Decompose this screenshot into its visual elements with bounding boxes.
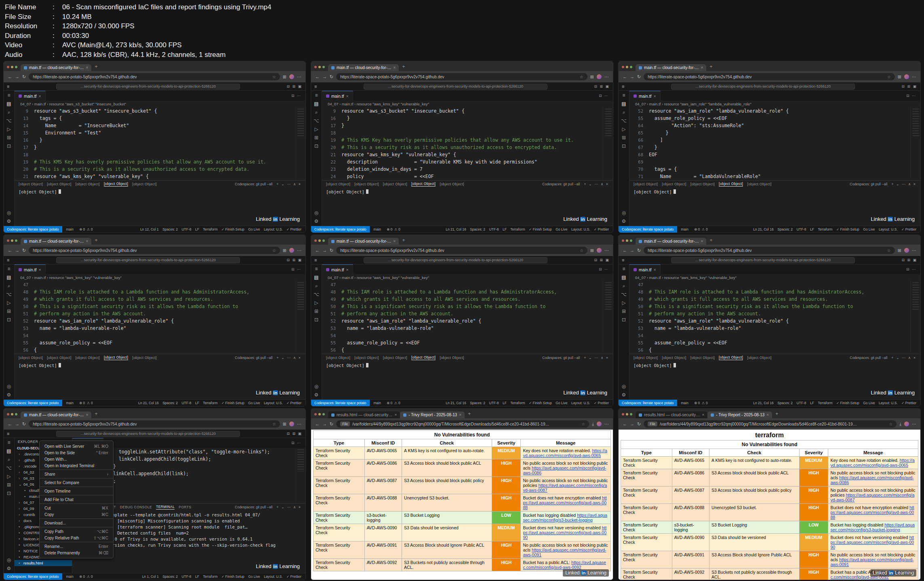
code-editor[interactable]: 9 resource "aws_s3_bucket" "insecure_buc… <box>322 107 603 180</box>
codespaces-remote-indicator[interactable]: Codespaces: literate space potato <box>4 226 62 233</box>
context-menu-item[interactable]: Cut ⌘X <box>40 505 113 511</box>
minimap[interactable] <box>910 281 920 354</box>
settings-gear-icon[interactable]: ⚙ <box>622 219 626 224</box>
refresh-icon[interactable]: ↻ <box>22 248 26 253</box>
explorer-icon[interactable]: ▤ <box>314 275 318 280</box>
menu-icon[interactable]: ≡ <box>7 84 9 89</box>
source-control-icon[interactable]: ⌥ <box>6 466 12 470</box>
breadcrumb[interactable]: 04_07 › main.tf › resource "aws_kms_key"… <box>322 274 613 281</box>
tree-item[interactable]: results.html <box>15 560 72 566</box>
breadcrumb[interactable]: 04_07 › main.tf › resource "aws_kms_key"… <box>322 101 613 107</box>
branch-indicator[interactable]: main ⊗ 0 ⚠ 0 <box>62 401 97 405</box>
code-editor[interactable]: 47 48 # This IAM role is attached to a L… <box>322 281 603 354</box>
run-debug-icon[interactable]: ▷ <box>314 127 318 132</box>
back-icon[interactable]: ← <box>315 248 320 253</box>
tab-close-icon[interactable]: × <box>394 413 397 417</box>
context-menu-item[interactable]: Copy Relative Path ⇧⌥⌘C <box>40 535 113 541</box>
menu-icon[interactable]: ≡ <box>315 93 318 98</box>
editor-actions-icon[interactable]: ⊟ ⋯ <box>906 264 920 274</box>
extensions-icon[interactable]: ⊞ <box>314 309 318 314</box>
back-icon[interactable]: ← <box>623 422 627 426</box>
new-tab-button[interactable]: + <box>95 237 97 243</box>
more-icon[interactable]: ⋯ <box>297 74 301 80</box>
window-controls[interactable] <box>314 66 325 68</box>
context-menu-item[interactable]: Download... <box>40 520 113 526</box>
browser-tab-trivy-report[interactable]: - Trivy Report - 2025-08-13 × <box>400 411 465 418</box>
browser-tab[interactable]: main.tf — cloud-security-for-… × <box>328 238 399 245</box>
context-menu-item[interactable]: Share › <box>40 471 113 477</box>
address-bar[interactable]: https://literate-space-potato-5g6pxxpr9v… <box>29 420 280 428</box>
panel-actions-icon[interactable]: + ⌄ ⋯ ∧ × <box>276 182 301 186</box>
panel-actions-icon[interactable]: + ⌄ ⋯ ∧ × <box>891 356 916 360</box>
menu-icon[interactable]: ≡ <box>622 93 625 98</box>
menu-icon[interactable]: ≡ <box>622 266 625 271</box>
panel-tab[interactable]: [object Object] <box>19 356 43 360</box>
branch-indicator[interactable]: main ⊗ 0 ⚠ 0 <box>370 227 404 231</box>
new-tab-button[interactable]: + <box>95 411 97 417</box>
editor-tab-close-icon[interactable]: × <box>39 267 41 272</box>
codespaces-task-label[interactable]: Codespaces: git pull --all <box>850 182 887 186</box>
minimize-window-icon[interactable] <box>11 239 13 242</box>
minimap[interactable] <box>295 448 305 503</box>
panel-tab[interactable]: [object Object] <box>354 182 379 186</box>
editor-actions-icon[interactable]: ⊟ ⋯ <box>906 91 920 101</box>
minimap[interactable] <box>295 107 305 180</box>
forward-icon[interactable]: → <box>15 248 19 253</box>
panel-tab[interactable]: [object Object] <box>132 182 156 186</box>
panel-tab[interactable]: [object Object] <box>719 182 743 187</box>
extensions-icon[interactable]: ⊞ <box>622 135 626 140</box>
extensions-icon[interactable]: ⊞ <box>314 135 318 140</box>
settings-gear-icon[interactable]: ⚙ <box>7 219 11 224</box>
code-editor[interactable]: 52 resource "aws_iam_role" "lambda_vulne… <box>629 107 910 180</box>
more-icon[interactable]: ⋯ <box>912 248 916 253</box>
panel-tab[interactable]: [object Object] <box>76 182 100 186</box>
forward-icon[interactable]: → <box>630 422 634 426</box>
advisory-link[interactable]: https://avd.aquasec.com/misconfig/avd-aw… <box>830 475 913 485</box>
tab-close-icon[interactable]: × <box>86 413 88 417</box>
source-control-icon[interactable]: ⌥ <box>6 292 12 297</box>
search-icon[interactable]: ⌕ <box>8 457 11 462</box>
extensions-icon[interactable]: ⊞ <box>898 74 901 80</box>
source-control-icon[interactable]: ⌥ <box>314 292 319 297</box>
favorite-icon[interactable]: ☆ <box>272 248 276 253</box>
browser-tab[interactable]: main.tf — cloud-security-for-… × <box>21 411 91 418</box>
favorite-icon[interactable]: ☆ <box>272 75 276 79</box>
refresh-icon[interactable]: ↻ <box>22 74 26 80</box>
refresh-icon[interactable]: ↻ <box>22 422 26 427</box>
refresh-icon[interactable]: ↻ <box>637 74 641 80</box>
profile-avatar[interactable] <box>904 74 909 79</box>
codespaces-task-label[interactable]: Codespaces: git pull --all <box>235 505 272 509</box>
explorer-icon[interactable]: ▤ <box>6 101 11 106</box>
favorite-icon[interactable]: ☆ <box>887 248 891 253</box>
editor-tab-close-icon[interactable]: × <box>346 94 349 99</box>
status-right-items[interactable]: Ln 21, Col 16 Spaces: 2 UTF-8 LF Terrafo… <box>138 401 305 405</box>
browser-tab[interactable]: main.tf — cloud-security-for-… × <box>21 64 91 71</box>
favorite-icon[interactable]: ☆ <box>581 422 585 426</box>
window-controls[interactable] <box>314 239 325 242</box>
editor-tab-close-icon[interactable]: × <box>39 94 41 99</box>
context-menu-item[interactable]: Copy ⌘C <box>40 511 113 518</box>
back-icon[interactable]: ← <box>623 74 627 79</box>
settings-gear-icon[interactable]: ⚙ <box>7 566 11 571</box>
profile-avatar[interactable] <box>597 422 602 426</box>
branch-indicator[interactable]: main ⊗ 0 ⚠ 0 <box>62 575 97 579</box>
editor-tab-maintf[interactable]: main.tf × <box>322 264 353 274</box>
panel-tab[interactable]: [object Object] <box>690 182 715 186</box>
minimize-window-icon[interactable] <box>318 413 321 415</box>
codespaces-task-label[interactable]: Codespaces: git pull --all <box>850 356 887 360</box>
search-icon[interactable]: ⌕ <box>315 283 318 288</box>
panel-tab[interactable]: [object Object] <box>411 355 436 360</box>
extensions-icon[interactable]: ⊞ <box>283 248 286 253</box>
address-bar[interactable]: File /var/folders/44/9y899qxd13qg9trcr92… <box>336 420 589 428</box>
window-controls[interactable] <box>622 66 632 68</box>
tab-close-icon[interactable]: × <box>459 413 461 417</box>
codespaces-remote-indicator[interactable]: Codespaces: literate space potato <box>619 400 677 406</box>
context-menu-item[interactable]: Open to the Side ⌃Enter <box>40 449 113 456</box>
run-debug-icon[interactable]: ▷ <box>622 300 625 305</box>
codespaces-task-label[interactable]: Codespaces: git pull --all <box>542 356 580 360</box>
menu-icon[interactable]: ≡ <box>314 258 317 262</box>
refresh-icon[interactable]: ↻ <box>637 422 641 427</box>
new-tab-button[interactable]: + <box>468 411 471 417</box>
codespaces-task-label[interactable]: Codespaces: git pull --all <box>235 356 272 360</box>
browser-tab[interactable]: main.tf — cloud-security-for-… × <box>636 238 706 245</box>
